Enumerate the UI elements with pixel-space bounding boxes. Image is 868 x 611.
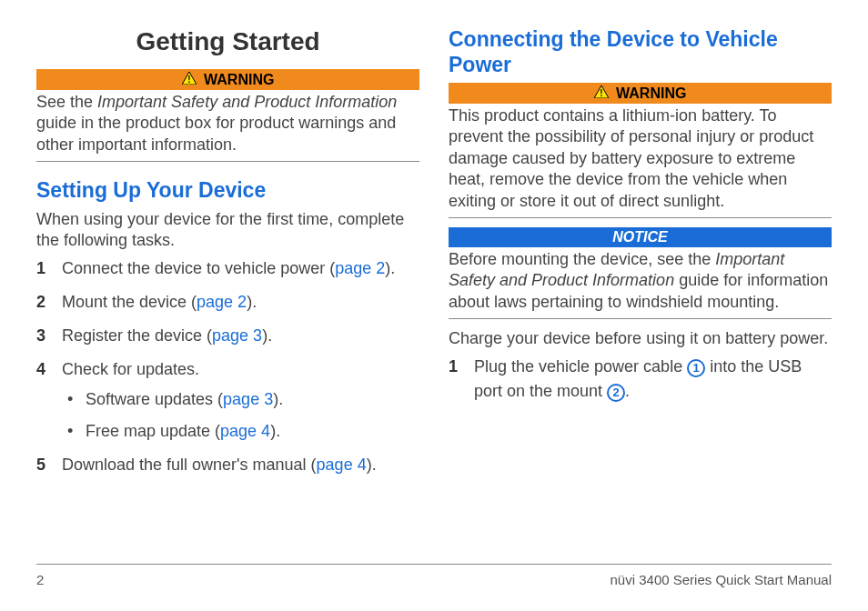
- text: Plug the vehicle power cable: [474, 357, 687, 376]
- text: Mount the device (: [62, 293, 197, 311]
- divider: [36, 161, 419, 162]
- footer-title: nüvi 3400 Series Quick Start Manual: [611, 572, 832, 587]
- text: .: [625, 382, 630, 400]
- section-heading-setup: Setting Up Your Device: [36, 178, 419, 204]
- page-number: 2: [36, 572, 44, 587]
- text: Check for updates.: [62, 360, 199, 378]
- bullet-software: Software updates (page 3).: [62, 387, 419, 412]
- text: ).: [262, 326, 272, 345]
- text: Connect the device to vehicle power (: [62, 259, 335, 277]
- step-1: Connect the device to vehicle power (pag…: [36, 256, 419, 281]
- section-heading-connect: Connecting the Device to Vehicle Power: [449, 27, 832, 77]
- svg-text:!: !: [600, 88, 602, 98]
- step-3: Register the device (page 3).: [36, 324, 419, 348]
- page-link[interactable]: page 4: [220, 422, 270, 440]
- callout-2-icon: 2: [607, 384, 625, 402]
- page-link[interactable]: page 2: [335, 259, 385, 277]
- svg-text:!: !: [187, 75, 190, 85]
- notice-text: Before mounting the device, see the Impo…: [449, 249, 832, 313]
- charge-text: Charge your device before using it on ba…: [449, 328, 832, 349]
- divider: [449, 318, 832, 319]
- warning-text-2: This product contains a lithium-ion batt…: [449, 105, 832, 212]
- page-footer: 2 nüvi 3400 Series Quick Start Manual: [36, 564, 832, 587]
- text: ).: [385, 259, 395, 277]
- text: ).: [273, 390, 283, 408]
- text-italic: Important Safety and Product Information: [97, 93, 397, 111]
- page-body: Getting Started ! WARNING See the Import…: [0, 0, 868, 564]
- text: Free map update (: [86, 422, 220, 440]
- warning-label: WARNING: [616, 85, 686, 101]
- page-link[interactable]: page 4: [317, 456, 367, 474]
- bullet-map: Free map update (page 4).: [62, 419, 419, 444]
- step-4: Check for updates. Software updates (pag…: [36, 357, 419, 444]
- page-link[interactable]: page 3: [223, 390, 273, 408]
- setup-steps: Connect the device to vehicle power (pag…: [36, 256, 419, 477]
- warning-text-1: See the Important Safety and Product Inf…: [36, 92, 419, 155]
- left-column: Getting Started ! WARNING See the Import…: [36, 27, 419, 555]
- text: Before mounting the device, see the: [449, 250, 715, 268]
- text: ).: [367, 456, 377, 474]
- divider: [449, 217, 832, 218]
- warning-triangle-icon: !: [182, 72, 197, 88]
- step-5: Download the full owner's manual (page 4…: [36, 453, 419, 477]
- text: Register the device (: [62, 326, 212, 345]
- warning-label: WARNING: [204, 72, 274, 87]
- page-link[interactable]: page 3: [212, 326, 262, 345]
- page-link[interactable]: page 2: [197, 293, 247, 311]
- text: Download the full owner's manual (: [62, 456, 317, 474]
- step-2: Mount the device (page 2).: [36, 290, 419, 315]
- callout-1-icon: 1: [687, 359, 705, 377]
- warning-bar-2: ! WARNING: [449, 83, 832, 104]
- setup-intro: When using your device for the first tim…: [36, 209, 419, 252]
- notice-bar: NOTICE: [449, 227, 832, 247]
- warning-triangle-icon: !: [594, 85, 609, 102]
- notice-label: NOTICE: [612, 229, 667, 245]
- text: See the: [36, 93, 97, 111]
- text: ).: [270, 422, 280, 440]
- step-4-sublist: Software updates (page 3). Free map upda…: [62, 387, 419, 444]
- text: Software updates (: [86, 390, 223, 408]
- right-column: Connecting the Device to Vehicle Power !…: [449, 27, 832, 555]
- text: guide in the product box for product war…: [36, 114, 396, 153]
- connect-step-1: Plug the vehicle power cable 1 into the …: [449, 355, 832, 404]
- connect-steps: Plug the vehicle power cable 1 into the …: [449, 355, 832, 404]
- warning-bar-1: ! WARNING: [36, 69, 419, 90]
- main-title: Getting Started: [36, 27, 419, 56]
- text: ).: [247, 293, 257, 311]
